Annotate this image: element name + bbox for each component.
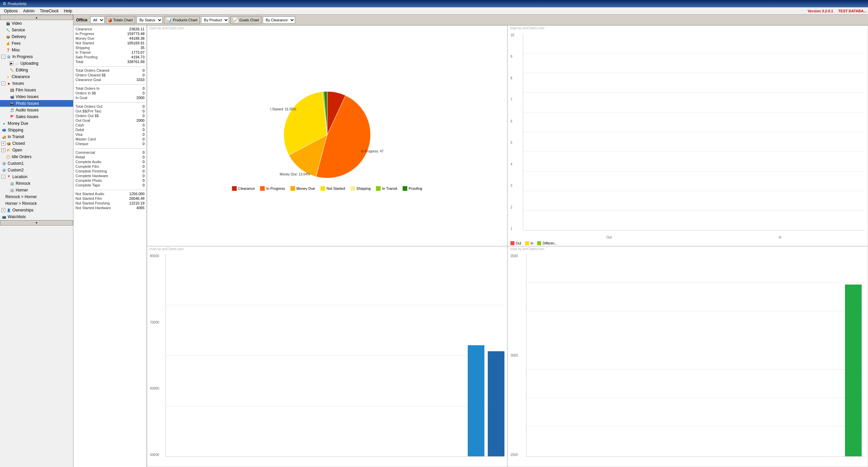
sidebar-item-rimrock-horner[interactable]: Rimrock > Horner <box>0 194 73 200</box>
legend-item: Clearance <box>232 186 255 191</box>
sidebar-item-custom1[interactable]: ⚙️ Custom1 <box>0 160 73 167</box>
rimrock-icon: 🏢 <box>9 181 15 186</box>
menu-timeclock[interactable]: TimeClock <box>37 8 61 14</box>
sidebar-item-clearance[interactable]: ● Clearance <box>0 73 73 80</box>
sidebar-item-label: Photo Issues <box>16 101 39 106</box>
expander-icon[interactable]: + <box>1 148 5 152</box>
menu-options[interactable]: Options <box>1 8 20 14</box>
video-icon: 🎬 <box>5 21 11 26</box>
stats-row: Sale Proofing4194.73 <box>75 55 145 59</box>
sidebar-item-watchlists[interactable]: 📺 Watchlists <box>0 213 73 220</box>
version-text: Version 3.2.0.1 <box>808 9 833 13</box>
sidebar-item-uploading[interactable]: ▶ ☁️ Uploading <box>0 60 73 67</box>
stats-row: Not Started105169.91 <box>75 41 145 45</box>
stats-value: 0 <box>143 183 145 187</box>
y-label: 2500 <box>510 453 518 457</box>
sidebar-item-label: Uploading <box>20 61 38 66</box>
stats-value: 2000 <box>136 119 145 123</box>
totals-by-select[interactable]: By Status <box>136 16 163 24</box>
expander-icon[interactable]: + <box>1 141 5 145</box>
delivery-icon: 📦 <box>5 34 11 39</box>
sidebar-item-service[interactable]: 🔧 Service <box>0 27 73 33</box>
totals-chart-btn[interactable]: ◕ Totals Chart <box>106 16 135 24</box>
legend-label: In <box>530 241 533 245</box>
sidebar-item-open[interactable]: + 📂 Open <box>0 147 73 154</box>
sidebar-item-editing[interactable]: ✏️ Editing <box>0 67 73 73</box>
stats-row: Orders In $$0 <box>75 91 145 95</box>
service-icon: 🔧 <box>5 27 11 33</box>
menu-help[interactable]: Help <box>61 8 75 14</box>
sidebar-item-video-issues[interactable]: 📹 Video Issues <box>0 93 73 100</box>
sidebar-item-photo-issues[interactable]: 📷 Photo Issues <box>0 100 73 107</box>
open-icon: 📂 <box>6 147 11 153</box>
sidebar-item-rimrock[interactable]: 🏢 Rimrock <box>0 180 73 187</box>
chart-grid <box>523 33 865 231</box>
sidebar-item-label: Custom1 <box>8 161 24 166</box>
sidebar-item-issues[interactable]: − ■ Issues <box>0 80 73 87</box>
stats-row: Orders Cleared $$0 <box>75 73 145 77</box>
sidebar-item-film-issues[interactable]: 🎞️ Film Issues <box>0 87 73 93</box>
products-chart-label: Products Chart <box>173 18 197 22</box>
stats-label: Sale Proofing <box>75 55 97 59</box>
bar-in <box>488 351 504 456</box>
expander-icon[interactable]: − <box>1 81 5 86</box>
expander-icon[interactable]: + <box>1 208 5 212</box>
products-chart-btn[interactable]: 📊 Products Chart <box>164 16 199 24</box>
stats-value: 0 <box>143 160 145 164</box>
sales-issues-icon: 🚩 <box>9 114 15 120</box>
sidebar-item-label: In Progress <box>12 54 33 59</box>
expander-icon[interactable]: − <box>1 175 5 179</box>
sidebar-item-fees[interactable]: 💰 Fees <box>0 40 73 47</box>
y-label: 9 <box>510 55 514 58</box>
sidebar-item-ownerships[interactable]: + 👤 Ownerships <box>0 207 73 213</box>
stats-value: 0 <box>143 155 145 159</box>
location-icon: 📍 <box>6 174 11 179</box>
in-progress-icon: ⚙️ <box>6 54 11 59</box>
products-by-select[interactable]: By Product <box>201 16 229 24</box>
sidebar-item-audio-issues[interactable]: 🎵 Audio Issues <box>0 107 73 113</box>
expander-icon[interactable]: ▶ <box>9 61 13 65</box>
sidebar-item-sales-issues[interactable]: 🚩 Sales Issues <box>0 113 73 120</box>
stats-label: Out Goal <box>75 119 90 123</box>
stats-row: Total Orders In0 <box>75 86 145 91</box>
sidebar-item-label: Delivery <box>12 34 26 39</box>
stats-label: Debit <box>75 128 84 132</box>
sidebar-item-shipping[interactable]: 📫 Shipping <box>0 127 73 133</box>
sidebar-scroll-up[interactable]: ▲ <box>0 15 73 20</box>
goals-chart-btn[interactable]: 📈 Goals Chart <box>230 16 261 24</box>
stats-value: 0 <box>143 128 145 132</box>
goals-by-select[interactable]: By Clearance <box>263 16 295 24</box>
office-select[interactable]: All <box>90 16 104 24</box>
stats-value: 0 <box>143 73 145 77</box>
sidebar-item-idle-orders[interactable]: 📋 Idle Orders <box>0 154 73 160</box>
stats-label: Total Orders In <box>75 87 99 90</box>
sidebar-item-horner-rimrock[interactable]: Horner > Rimrock <box>0 200 73 207</box>
stats-label: Total Orders Out <box>75 104 102 108</box>
sidebar-item-in-transit[interactable]: 🚚 In Transit <box>0 133 73 140</box>
stats-row: In Transit1773.07 <box>75 50 145 55</box>
sidebar-scroll-down[interactable]: ▼ <box>0 220 73 226</box>
expander-icon[interactable]: − <box>1 55 5 59</box>
stats-label: Total <box>75 60 83 64</box>
sidebar-item-video[interactable]: 🎬 Video <box>0 20 73 27</box>
sidebar-item-label: Open <box>12 148 22 153</box>
sidebar-item-custom2[interactable]: ⚙️ Custom2 <box>0 167 73 173</box>
sidebar-item-in-progress[interactable]: − ⚙️ In Progress <box>0 54 73 60</box>
sidebar-item-label: Watchlists <box>8 214 26 219</box>
sidebar-item-delivery[interactable]: 📦 Delivery <box>0 33 73 40</box>
legend-label: Differen... <box>542 241 557 245</box>
stats-row: In Goal2000 <box>75 95 145 100</box>
stats-value: 338761.68 <box>127 60 145 64</box>
goals-legend-item: In <box>525 241 533 245</box>
sidebar-item-label: Ownerships <box>12 208 33 212</box>
fees-icon: 💰 <box>5 41 11 46</box>
menu-admin[interactable]: Admin <box>20 8 37 14</box>
sidebar-item-location[interactable]: − 📍 Location <box>0 173 73 180</box>
legend-color <box>376 186 380 191</box>
sidebar-item-closed[interactable]: + 📦 Closed <box>0 140 73 147</box>
sidebar-item-misc[interactable]: ❓ Misc <box>0 47 73 54</box>
goals-legend-item: Out <box>510 241 521 245</box>
sidebar-item-horner[interactable]: 🏢 Horner <box>0 187 73 194</box>
editing-icon: ✏️ <box>9 67 15 73</box>
sidebar-item-money-due[interactable]: ● Money Due <box>0 120 73 127</box>
